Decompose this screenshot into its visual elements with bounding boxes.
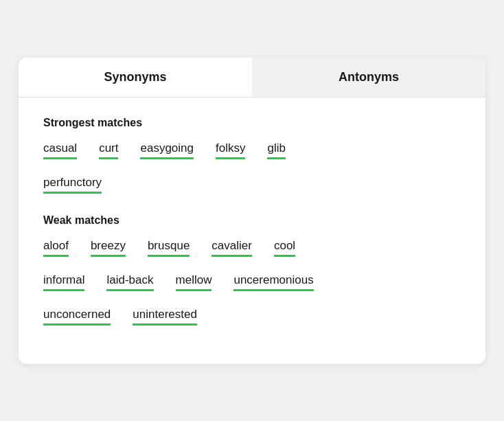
synonyms-card: Synonyms Antonyms Strongest matches casu… xyxy=(19,58,485,364)
word-perfunctory[interactable]: perfunctory xyxy=(43,176,102,194)
word-aloof[interactable]: aloof xyxy=(43,239,69,257)
word-informal[interactable]: informal xyxy=(43,273,84,291)
word-brusque[interactable]: brusque xyxy=(148,239,190,257)
weak-matches-section: Weak matches aloof breezy brusque cavali… xyxy=(43,214,461,339)
strongest-matches-title: Strongest matches xyxy=(43,117,461,129)
word-curt[interactable]: curt xyxy=(99,141,118,159)
content-area: Strongest matches casual curt easygoing … xyxy=(19,98,485,364)
word-breezy[interactable]: breezy xyxy=(91,239,126,257)
word-glib[interactable]: glib xyxy=(267,141,285,159)
tab-bar: Synonyms Antonyms xyxy=(19,58,485,98)
weak-row-3: unconcerned uninterested xyxy=(43,308,461,339)
weak-row-2: informal laid-back mellow unceremonious xyxy=(43,273,461,305)
word-laid-back[interactable]: laid-back xyxy=(106,273,153,291)
tab-antonyms[interactable]: Antonyms xyxy=(252,58,485,97)
word-casual[interactable]: casual xyxy=(43,141,77,159)
word-cool[interactable]: cool xyxy=(274,239,295,257)
tab-synonyms[interactable]: Synonyms xyxy=(19,58,252,97)
word-uninterested[interactable]: uninterested xyxy=(133,308,197,326)
word-mellow[interactable]: mellow xyxy=(176,273,212,291)
word-unconcerned[interactable]: unconcerned xyxy=(43,308,111,326)
word-folksy[interactable]: folksy xyxy=(216,141,245,159)
weak-row-1: aloof breezy brusque cavalier cool xyxy=(43,239,461,271)
strongest-row-1: casual curt easygoing folksy glib xyxy=(43,141,461,173)
word-unceremonious[interactable]: unceremonious xyxy=(233,273,313,291)
word-cavalier[interactable]: cavalier xyxy=(211,239,252,257)
word-easygoing[interactable]: easygoing xyxy=(140,141,194,159)
weak-matches-title: Weak matches xyxy=(43,214,461,227)
strongest-row-2: perfunctory xyxy=(43,176,461,207)
